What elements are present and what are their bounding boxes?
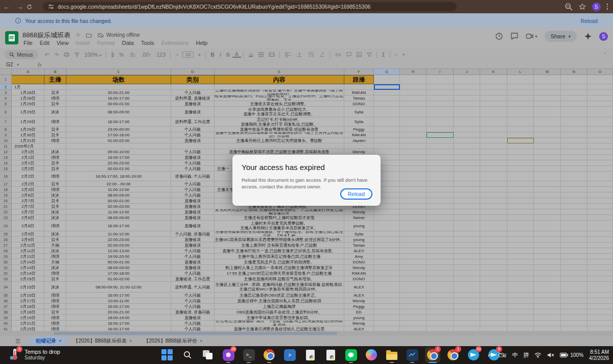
cell-O34[interactable] — [587, 282, 613, 293]
cell-N34[interactable] — [561, 282, 587, 293]
cell-K15[interactable] — [480, 166, 507, 172]
cell-I34[interactable] — [427, 282, 454, 293]
cell-A7[interactable]: 1月29日 — [12, 117, 44, 127]
cell-L1[interactable] — [507, 75, 534, 84]
cell-I39[interactable] — [427, 315, 454, 321]
cell-K12[interactable] — [480, 149, 507, 155]
cell-G36[interactable] — [374, 298, 400, 304]
cell-K33[interactable] — [480, 276, 507, 282]
merge-cells-icon[interactable] — [266, 52, 277, 58]
taskbar-python-file-icon[interactable] — [302, 347, 318, 362]
cell-B7[interactable]: 绵绵 — [44, 117, 66, 127]
cell-N15[interactable] — [561, 166, 587, 172]
cell-N9[interactable] — [561, 132, 587, 138]
cell-B34[interactable]: 沐沐 — [44, 282, 66, 293]
taskbar-line-icon[interactable] — [343, 347, 359, 362]
cell-N24[interactable] — [561, 221, 587, 231]
cell-D5[interactable]: 直播错误 — [171, 101, 215, 107]
cell-B3[interactable]: 贝卡 — [44, 90, 66, 95]
column-header-H[interactable]: H — [400, 69, 427, 75]
cell-B41[interactable]: 绵绵 — [44, 326, 66, 331]
cell-F5[interactable]: DONO — [344, 101, 374, 107]
cell-K16[interactable] — [480, 172, 507, 181]
cell-O40[interactable] — [587, 321, 613, 326]
cell-N4[interactable] — [561, 95, 587, 101]
cell-F7[interactable]: Sylia — [344, 117, 374, 127]
select-all-corner[interactable] — [0, 69, 12, 75]
cell-I35[interactable] — [427, 293, 454, 298]
cell-A32[interactable]: 2月14日 — [12, 271, 44, 276]
cell-O15[interactable] — [587, 166, 613, 172]
cell-B8[interactable]: 贝卡 — [44, 127, 66, 132]
cell-J29[interactable] — [454, 254, 480, 259]
cell-B13[interactable]: 绵绵 — [44, 155, 66, 160]
cell-E35[interactable]: 主播忘记换新的OBS设定,已提醒主播更正。 — [215, 293, 344, 298]
cell-N14[interactable] — [561, 160, 587, 166]
cell-L36[interactable] — [507, 298, 534, 304]
cell-O1[interactable] — [587, 75, 613, 84]
cell-B30[interactable]: 大福 — [44, 259, 66, 265]
cell-G4[interactable] — [374, 95, 400, 101]
cell-C4[interactable]: 16:00-17:00 — [66, 95, 171, 101]
row-header-9[interactable]: 9 — [0, 132, 12, 138]
cell-B26[interactable]: 贝卡 — [44, 237, 66, 242]
cell-L18[interactable] — [507, 187, 534, 192]
row-header-35[interactable]: 35 — [0, 293, 12, 298]
cell-G23[interactable] — [374, 215, 400, 221]
column-header-L[interactable]: L — [507, 69, 534, 75]
cell-F36[interactable]: Wendy — [344, 298, 374, 304]
cell-J22[interactable] — [454, 209, 480, 215]
menu-data[interactable]: Data — [119, 39, 137, 46]
cell-H9[interactable] — [400, 132, 427, 138]
cell-K18[interactable] — [480, 187, 507, 192]
cell-L19[interactable] — [507, 192, 534, 198]
cell-H35[interactable] — [400, 293, 427, 298]
row-header-24[interactable]: 24 — [0, 221, 12, 231]
cell-E23[interactable]: 主播没有提前预约,上播时提醒后才发现 — [215, 215, 344, 221]
cell-O38[interactable] — [587, 309, 613, 315]
cell-M24[interactable] — [534, 221, 561, 231]
collapse-toolbar-icon[interactable]: ˆ — [604, 52, 606, 57]
cell-E4[interactable]: 检查直播码以及预约。到点上播才检查。上播迟到3分钟。上播时又忘记带胸贴。下次 — [215, 95, 344, 101]
cell-L16[interactable] — [507, 172, 534, 181]
cell-A16[interactable]: 2月2日 — [12, 172, 44, 181]
star-icon[interactable]: ☆ — [76, 32, 81, 38]
cell-M29[interactable] — [534, 254, 561, 259]
cell-J23[interactable] — [454, 215, 480, 221]
row-header-30[interactable]: 30 — [0, 259, 12, 265]
cell-J27[interactable] — [454, 242, 480, 248]
cell-J28[interactable] — [454, 248, 480, 254]
cell-I37[interactable] — [427, 304, 454, 309]
row-header-40[interactable]: 40 — [0, 321, 12, 326]
cell-K1[interactable] — [480, 75, 507, 84]
cell-N20[interactable] — [561, 198, 587, 204]
row-header-2[interactable]: 2 — [0, 84, 12, 90]
cell-H24[interactable] — [400, 221, 427, 231]
sheets-logo-icon[interactable] — [5, 31, 18, 44]
chevron-down-icon[interactable]: ▾ — [400, 53, 408, 57]
row-header-34[interactable]: 34 — [0, 282, 12, 293]
cell-L25[interactable] — [507, 231, 534, 237]
cell-H8[interactable] — [400, 127, 427, 132]
row-header-36[interactable]: 36 — [0, 298, 12, 304]
text-rotation-icon[interactable] — [317, 52, 328, 58]
cell-H4[interactable] — [400, 95, 427, 101]
cell-K25[interactable] — [480, 231, 507, 237]
menu-extensions[interactable]: Extensions — [158, 39, 192, 46]
cell-D36[interactable]: 个人问题 — [171, 298, 215, 304]
cell-M20[interactable] — [534, 198, 561, 204]
cell-C5[interactable]: 00:00-01:00 — [66, 101, 171, 107]
cell-J3[interactable] — [454, 90, 480, 95]
version-history-icon[interactable] — [495, 32, 503, 40]
cell-F37[interactable]: Peggy — [344, 304, 374, 309]
cell-M10[interactable] — [534, 138, 561, 143]
tab-menu-icon[interactable]: ▾ — [130, 339, 132, 343]
cell-A23[interactable]: 2月8日 — [12, 215, 44, 221]
cell-O7[interactable] — [587, 117, 613, 127]
cell-F25[interactable]: Sylia — [344, 231, 374, 237]
cell-G12[interactable] — [374, 149, 400, 155]
cell-J19[interactable] — [454, 192, 480, 198]
cell-I19[interactable] — [427, 192, 454, 198]
row-header-21[interactable]: 21 — [0, 204, 12, 209]
cell-A8[interactable]: 1月29日 — [12, 127, 44, 132]
